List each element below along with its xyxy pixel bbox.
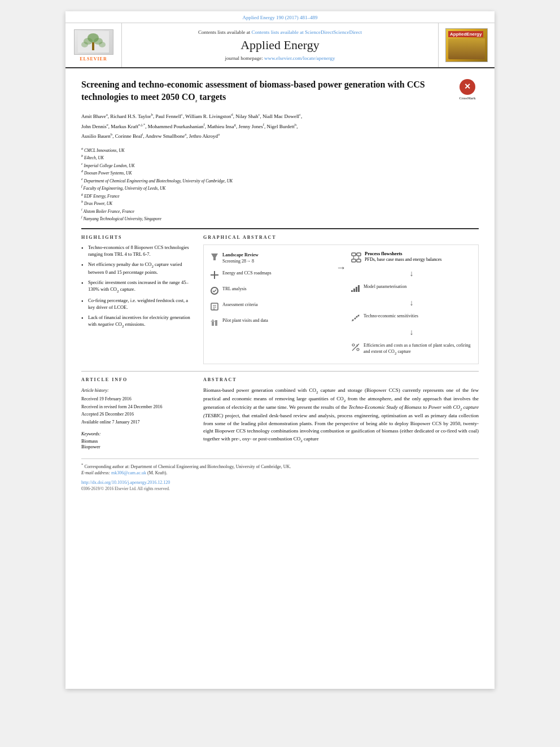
ga-flowsheets-box: Process flowsheets PFDs, base case mass …: [365, 251, 441, 263]
highlights-heading: HIGHLIGHTS: [81, 235, 194, 240]
ga-left-col: Landscape Review Screening 28→ 8: [209, 251, 331, 329]
keywords-label: Keywords:: [81, 431, 194, 436]
abstract-heading: ABSTRACT: [203, 377, 479, 382]
svg-marker-17: [211, 319, 215, 322]
affiliation-g: g EDF Energy, France: [81, 192, 479, 200]
scatter-icon: [351, 313, 361, 323]
highlight-item-3: Specific investment costs increased in t…: [81, 279, 194, 294]
trl-icon: [209, 286, 220, 296]
copyright-note: 0306-2619/© 2016 Elsevier Ltd. All right…: [81, 486, 479, 491]
keyword-biomass: Biomass: [81, 438, 194, 444]
ga-efficiencies-text: Efficiencies and costs as a function of …: [364, 342, 473, 357]
article-history-label: Article history:: [81, 387, 194, 395]
sciencedirect-link[interactable]: Contents lists available at ScienceDirec…: [252, 29, 334, 35]
ga-item-criteria: Assessment criteria: [209, 300, 331, 313]
paper-title-text: Screening and techno-economic assessment…: [81, 80, 425, 102]
ga-down-arrow: ↓: [351, 270, 473, 278]
criteria-icon: [209, 302, 220, 312]
flowsheet-icon: [351, 252, 362, 265]
affiliation-j: j Nanyang Technological University, Sing…: [81, 215, 479, 222]
filter-icon: [209, 252, 220, 262]
crossmark-circle: ✕: [460, 79, 475, 95]
ga-item-trl: TRL analysis: [209, 285, 331, 297]
affiliation-f: f Faculty of Engineering, University of …: [81, 184, 479, 192]
ga-item-model: Model parameterisation: [351, 282, 473, 295]
ga-main-arrow: →: [336, 251, 346, 274]
elsevier-image: [74, 29, 113, 55]
homepage-url[interactable]: www.elsevier.com/locate/apenergy: [264, 55, 335, 61]
article-info-abstract-section: ARTICLE INFO Article history: Received 1…: [81, 377, 479, 450]
ga-energy-text: Energy and CCS roadmaps: [222, 270, 272, 276]
roadmap-icon: [209, 270, 220, 280]
svg-line-36: [352, 344, 359, 351]
svg-rect-4: [92, 42, 94, 50]
graphical-abstract-box: Landscape Review Screening 28→ 8: [203, 244, 479, 364]
svg-rect-19: [357, 253, 361, 256]
svg-rect-18: [352, 253, 356, 256]
ga-item-energy: Energy and CCS roadmaps: [209, 269, 331, 281]
main-divider: [81, 228, 479, 229]
highlights-list: Techno-economics of 8 Biopower CCS techn…: [81, 244, 194, 330]
ga-techno-text: Techno-economic sensitivities: [364, 313, 418, 319]
abstract-col: ABSTRACT Biomass-based power generation …: [203, 377, 479, 450]
contents-available-line: Contents lists available at Contents lis…: [198, 29, 362, 35]
abstract-text: Biomass-based power generation combined …: [203, 387, 479, 444]
svg-rect-15: [212, 322, 214, 326]
highlights-col: HIGHLIGHTS Techno-economics of 8 Biopowe…: [81, 235, 194, 364]
ga-flow: Landscape Review Screening 28→ 8: [209, 251, 473, 358]
svg-rect-25: [351, 290, 353, 292]
svg-rect-27: [356, 287, 357, 292]
received-date: Received 19 February 2016: [81, 395, 194, 403]
svg-rect-26: [353, 289, 355, 292]
graphical-abstract-col: GRAPHICAL ABSTRACT: [203, 235, 479, 364]
ae-logo-box: AppliedEnergy: [445, 28, 488, 62]
svg-rect-20: [352, 259, 356, 262]
doi-section: http://dx.doi.org/10.1016/j.apenergy.201…: [81, 480, 479, 485]
svg-rect-28: [358, 285, 360, 292]
email-link[interactable]: mk306@cam.ac.uk: [111, 470, 146, 475]
ga-landscape-text: Landscape Review Screening 28→ 8: [222, 252, 259, 264]
highlight-item-1: Techno-economics of 8 Biopower CCS techn…: [81, 244, 194, 258]
ga-flowsheets-desc: PFDs, base case mass and energy balances: [365, 256, 441, 263]
available-date: Available online 7 January 2017: [81, 418, 194, 426]
paper-title-section: Screening and techno-economic assessment…: [81, 78, 479, 104]
journal-header: ELSEVIER Contents lists available at Con…: [65, 23, 495, 68]
svg-point-6: [99, 42, 106, 47]
affiliation-a: a CMCL Innovations, UK: [81, 146, 479, 154]
ga-item-landscape: Landscape Review Screening 28→ 8: [209, 251, 331, 265]
affiliation-i: i Alstom Boiler France, France: [81, 207, 479, 215]
ga-pilot-text: Pilot plant visits and data: [222, 317, 268, 324]
email-note: E-mail address: mk306@cam.ac.uk (M. Kraf…: [81, 470, 479, 475]
svg-point-5: [81, 42, 88, 47]
ga-down-arrow-3: ↓: [351, 329, 473, 337]
ga-model-text: Model parameterisation: [364, 283, 406, 290]
affiliation-c: c Imperial College London, UK: [81, 161, 479, 169]
svg-point-34: [352, 344, 355, 346]
doi-link[interactable]: http://dx.doi.org/10.1016/j.apenergy.201…: [81, 480, 170, 485]
affiliation-h: h Drax Power, UK: [81, 199, 479, 207]
corresponding-author-note: * Corresponding author at: Department of…: [81, 462, 479, 469]
homepage-line: journal homepage: www.elsevier.com/locat…: [225, 55, 335, 61]
model-icon: [351, 283, 361, 294]
ga-right-col: Process flowsheets PFDs, base case mass …: [351, 251, 473, 358]
journal-reference-bar: Applied Energy 190 (2017) 481–489: [65, 11, 495, 23]
svg-marker-7: [211, 254, 218, 260]
bottom-notes: * Corresponding author at: Department of…: [81, 458, 479, 491]
received-revised-date: Received in revised form 24 December 201…: [81, 403, 194, 411]
svg-text:$: $: [356, 344, 358, 347]
affiliations-section: a CMCL Innovations, UK b E4tech, UK c Im…: [81, 146, 479, 222]
ga-down-arrow-2: ↓: [351, 299, 473, 307]
svg-rect-21: [357, 259, 361, 262]
graphical-abstract-heading: GRAPHICAL ABSTRACT: [203, 235, 479, 240]
ga-flowsheets-title: Process flowsheets: [365, 251, 441, 256]
highlight-item-2: Net efficiency penalty due to CO2 captur…: [81, 261, 194, 276]
percent-icon: $: [351, 342, 361, 352]
affiliation-b: b E4tech, UK: [81, 154, 479, 161]
affiliation-d: d Doosan Power Systems, UK: [81, 169, 479, 177]
pilot-icon: [209, 317, 220, 327]
svg-point-35: [357, 348, 359, 351]
article-info-col: ARTICLE INFO Article history: Received 1…: [81, 377, 194, 450]
page: Applied Energy 190 (2017) 481–489 ELSEVI…: [65, 11, 495, 689]
journal-ref-text: Applied Energy 190 (2017) 481–489: [243, 15, 318, 20]
elsevier-logo-section: ELSEVIER: [65, 23, 122, 67]
